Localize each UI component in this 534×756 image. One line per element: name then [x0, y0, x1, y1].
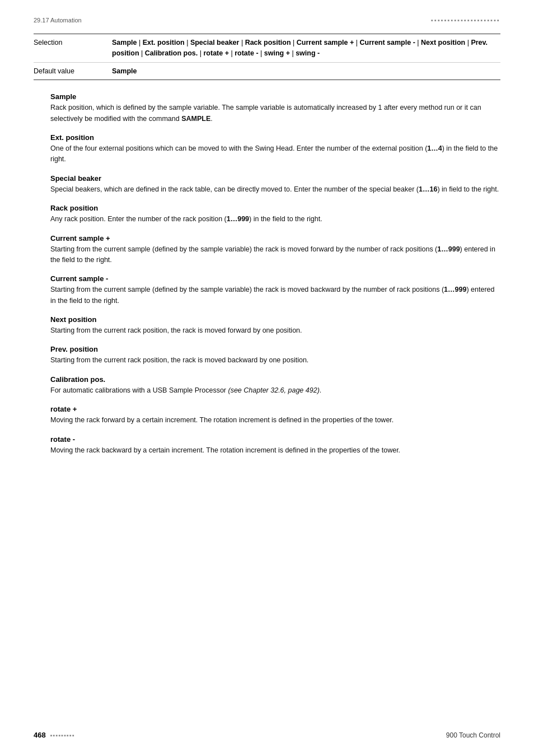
default-value-label: Default value	[34, 66, 112, 77]
section-current-sample-minus-body: Starting from the current sample (define…	[50, 284, 500, 306]
section-rotate-minus-title: rotate -	[50, 435, 500, 444]
section-next-position-title: Next position	[50, 315, 500, 324]
footer-product-name: 900 Touch Control	[446, 731, 500, 739]
section-ext-position-body: One of the four external positions which…	[50, 143, 500, 165]
section-rack-position-body: Any rack position. Enter the number of t…	[50, 214, 500, 225]
section-sample-body: Rack position, which is defined by the s…	[50, 102, 500, 124]
section-next-position-body: Starting from the current rack position,…	[50, 325, 500, 336]
section-sample: Sample Rack position, which is defined b…	[50, 92, 500, 124]
header-dots: ▪▪▪▪▪▪▪▪▪▪▪▪▪▪▪▪▪▪▪▪▪	[431, 17, 500, 24]
content-area: Sample Rack position, which is defined b…	[34, 92, 500, 456]
section-prev-position-body: Starting from the current rack position,…	[50, 355, 500, 366]
section-next-position: Next position Starting from the current …	[50, 315, 500, 336]
section-current-sample-plus-body: Starting from the current sample (define…	[50, 244, 500, 266]
section-calibration-pos: Calibration pos. For automatic calibrati…	[50, 375, 500, 396]
section-ext-position-title: Ext. position	[50, 133, 500, 142]
section-special-beaker: Special beaker Special beakers, which ar…	[50, 174, 500, 195]
section-prev-position: Prev. position Starting from the current…	[50, 345, 500, 366]
section-rack-position-title: Rack position	[50, 204, 500, 212]
table-row-selection: Selection Sample | Ext. position | Speci…	[34, 34, 500, 63]
section-rack-position: Rack position Any rack position. Enter t…	[50, 204, 500, 225]
section-rotate-minus: rotate - Moving the rack backward by a c…	[50, 435, 500, 456]
page-header: 29.17 Automation ▪▪▪▪▪▪▪▪▪▪▪▪▪▪▪▪▪▪▪▪▪	[34, 17, 500, 24]
section-current-sample-plus: Current sample + Starting from the curre…	[50, 234, 500, 266]
selection-label: Selection	[34, 38, 112, 59]
section-rotate-plus: rotate + Moving the rack forward by a ce…	[50, 405, 500, 426]
section-current-sample-plus-title: Current sample +	[50, 234, 500, 242]
section-special-beaker-title: Special beaker	[50, 174, 500, 183]
section-calibration-pos-body: For automatic calibrations with a USB Sa…	[50, 385, 500, 396]
section-calibration-pos-title: Calibration pos.	[50, 375, 500, 384]
default-value-value: Sample	[112, 66, 500, 77]
footer-page-number: 468 ▪▪▪▪▪▪▪▪▪	[34, 731, 75, 739]
section-prev-position-title: Prev. position	[50, 345, 500, 353]
section-current-sample-minus-title: Current sample -	[50, 274, 500, 283]
section-special-beaker-body: Special beakers, which are defined in th…	[50, 184, 500, 195]
section-ext-position: Ext. position One of the four external p…	[50, 133, 500, 165]
table-row-default: Default value Sample	[34, 63, 500, 80]
page-footer: 468 ▪▪▪▪▪▪▪▪▪ 900 Touch Control	[34, 731, 500, 739]
section-sample-title: Sample	[50, 92, 500, 101]
page-container: 29.17 Automation ▪▪▪▪▪▪▪▪▪▪▪▪▪▪▪▪▪▪▪▪▪ S…	[0, 0, 534, 756]
chapter-label: 29.17 Automation	[34, 17, 82, 24]
section-rotate-plus-body: Moving the rack forward by a certain inc…	[50, 415, 500, 426]
footer-dots: ▪▪▪▪▪▪▪▪▪	[50, 732, 75, 739]
selection-value: Sample | Ext. position | Special beaker …	[112, 38, 500, 59]
section-rotate-minus-body: Moving the rack backward by a certain in…	[50, 445, 500, 456]
section-rotate-plus-title: rotate +	[50, 405, 500, 413]
page-number: 468	[34, 731, 46, 739]
section-current-sample-minus: Current sample - Starting from the curre…	[50, 274, 500, 306]
properties-table: Selection Sample | Ext. position | Speci…	[34, 34, 500, 80]
